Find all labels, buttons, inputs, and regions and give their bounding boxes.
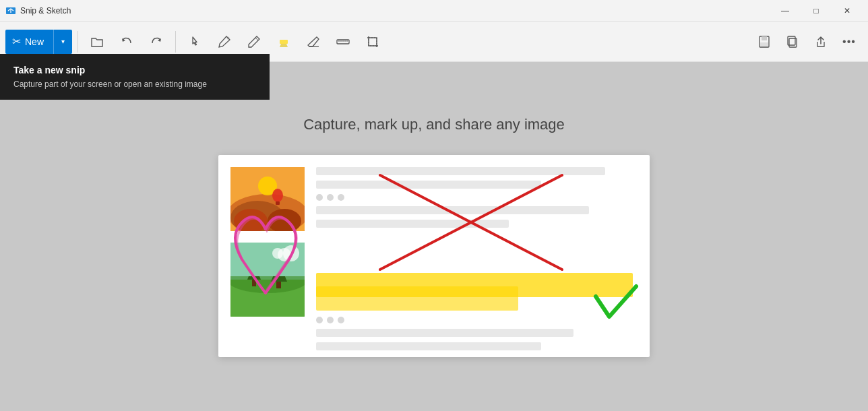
dot-1 — [316, 194, 323, 201]
svg-rect-14 — [369, 38, 377, 46]
line-4 — [316, 220, 509, 228]
copy-button[interactable] — [779, 28, 806, 55]
more-button[interactable]: ••• — [836, 28, 863, 55]
window-controls: — □ ✕ — [770, 0, 863, 22]
line-1 — [316, 167, 605, 175]
lower-lines — [316, 317, 638, 356]
title-bar-left: Snip & Sketch — [5, 5, 71, 16]
maximize-button[interactable]: □ — [801, 0, 832, 22]
line-5 — [316, 329, 574, 337]
illustration-card — [218, 155, 650, 357]
svg-point-24 — [272, 189, 283, 202]
new-button[interactable]: ✂ New ▾ — [5, 30, 72, 54]
save-button[interactable] — [751, 28, 778, 55]
separator-1 — [78, 31, 78, 53]
highlighter-button[interactable] — [270, 28, 297, 55]
redo-button[interactable] — [143, 28, 170, 55]
eraser-button[interactable] — [300, 28, 327, 55]
folder-icon — [90, 35, 104, 49]
main-content: Capture, mark up, and share any image — [0, 62, 868, 411]
text-lines-area — [316, 167, 638, 233]
svg-point-37 — [283, 245, 299, 261]
pencil-icon — [247, 34, 261, 49]
line-6 — [316, 342, 541, 350]
tooltip-title: Take a new snip — [13, 65, 256, 75]
main-tagline: Capture, mark up, and share any image — [303, 116, 565, 133]
undo-icon — [120, 35, 133, 49]
new-dropdown-arrow[interactable]: ▾ — [53, 30, 72, 54]
scissors-icon: ✂ — [12, 35, 21, 48]
highlighter-icon — [276, 34, 291, 49]
copy-icon — [786, 35, 799, 49]
svg-rect-32 — [252, 280, 256, 286]
dots-row-2 — [316, 317, 638, 323]
tooltip-box: Take a new snip Capture part of your scr… — [0, 54, 270, 100]
svg-rect-6 — [280, 40, 288, 44]
highlight-bar-2 — [316, 286, 518, 311]
touch-icon — [187, 34, 202, 49]
thumbnail-top — [230, 167, 305, 231]
new-button-main[interactable]: ✂ New — [5, 30, 51, 54]
ruler-button[interactable] — [330, 28, 356, 55]
ballpoint-pen-icon — [217, 34, 232, 49]
svg-point-4 — [227, 36, 230, 39]
minimize-button[interactable]: — — [770, 0, 801, 22]
more-dots-icon: ••• — [842, 36, 856, 48]
dot-3 — [338, 194, 344, 201]
landscape-green-image — [230, 243, 305, 317]
chevron-down-icon: ▾ — [61, 38, 65, 45]
svg-rect-17 — [760, 42, 768, 46]
redo-icon — [150, 35, 163, 49]
crop-button[interactable] — [359, 28, 386, 55]
app-icon — [5, 5, 16, 16]
thumbnail-bottom — [230, 243, 305, 317]
app-title: Snip & Sketch — [20, 6, 71, 15]
undo-button[interactable] — [113, 28, 140, 55]
separator-2 — [175, 31, 176, 53]
save-icon — [757, 35, 771, 49]
landscape-warm-image — [230, 167, 305, 231]
title-bar: Snip & Sketch — □ ✕ — [0, 0, 868, 22]
svg-rect-25 — [276, 201, 280, 205]
svg-line-5 — [255, 38, 258, 40]
tooltip-description: Capture part of your screen or open an e… — [13, 80, 256, 89]
dot-4 — [316, 317, 323, 323]
share-button[interactable] — [807, 28, 834, 55]
crop-icon — [365, 34, 380, 49]
open-file-button[interactable] — [84, 28, 111, 55]
share-icon — [814, 35, 828, 49]
svg-rect-34 — [276, 282, 281, 288]
dot-6 — [338, 317, 344, 323]
ruler-icon — [336, 34, 350, 49]
close-button[interactable]: ✕ — [832, 0, 863, 22]
pencil-button[interactable] — [241, 28, 268, 55]
touch-tool-button[interactable] — [181, 28, 208, 55]
dots-row-1 — [316, 194, 638, 201]
toolbar-right: ••• — [751, 28, 863, 55]
dot-5 — [327, 317, 334, 323]
eraser-icon — [306, 34, 321, 49]
new-label: New — [25, 36, 44, 47]
line-2 — [316, 181, 541, 189]
svg-rect-16 — [762, 36, 767, 40]
dot-2 — [327, 194, 334, 201]
ballpoint-pen-button[interactable] — [211, 28, 238, 55]
svg-point-38 — [272, 248, 283, 259]
illustration-inner — [218, 155, 650, 357]
line-3 — [316, 206, 589, 214]
